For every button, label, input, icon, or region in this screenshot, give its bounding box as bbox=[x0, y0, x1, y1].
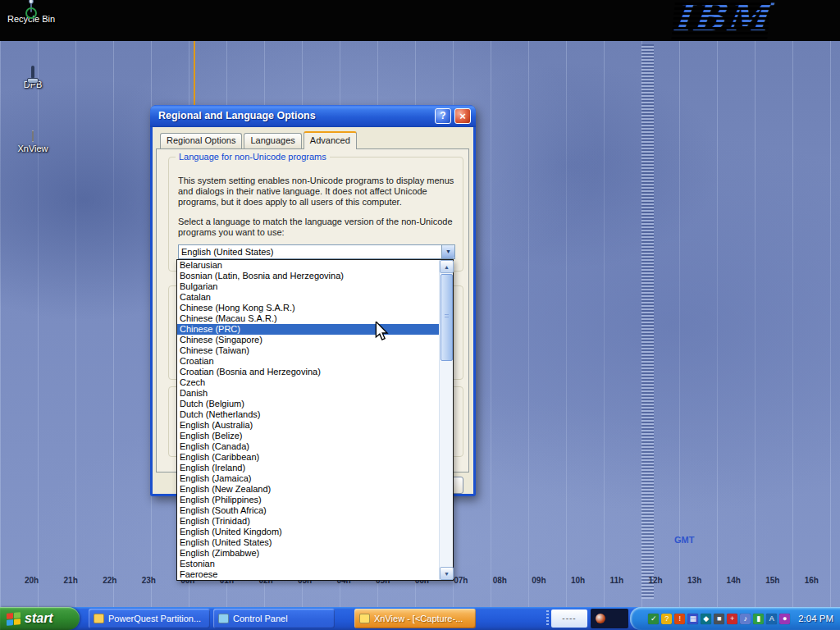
task-button-area: PowerQuest Partition... Control Panel Xn… bbox=[89, 609, 476, 628]
dropdown-item[interactable]: English (Trinidad) bbox=[177, 516, 439, 527]
desktop-icon-xnview[interactable]: XnView bbox=[7, 131, 59, 153]
dropdown-item[interactable]: Chinese (Macau S.A.R.) bbox=[177, 313, 439, 324]
gmt-label: GMT bbox=[674, 535, 694, 545]
dropdown-scrollbar[interactable]: ▲ ▼ bbox=[439, 260, 453, 580]
tray-icon[interactable]: ✓ bbox=[648, 614, 659, 624]
dropdown-item[interactable]: English (New Zealand) bbox=[177, 484, 439, 495]
dropdown-item[interactable]: Chinese (PRC) bbox=[177, 324, 439, 335]
scrollbar-thumb[interactable] bbox=[441, 274, 453, 361]
hour-label: 12h bbox=[648, 576, 662, 585]
tray-icon[interactable]: ? bbox=[661, 614, 672, 624]
tray-icon[interactable]: ● bbox=[779, 614, 790, 624]
dropdown-item[interactable]: Croatian bbox=[177, 356, 439, 367]
tray-icon-glyph: ◆ bbox=[703, 614, 709, 623]
desktop-icon-recycle-bin[interactable]: Recycle Bin bbox=[5, 2, 57, 24]
dropdown-item[interactable]: Bosnian (Latin, Bosnia and Herzegovina) bbox=[177, 271, 439, 281]
tab[interactable]: Languages bbox=[244, 133, 301, 148]
dropdown-item[interactable]: English (Zimbabwe) bbox=[177, 548, 439, 559]
dropdown-item[interactable]: English (Caribbean) bbox=[177, 452, 439, 463]
hour-label: 10h bbox=[571, 576, 585, 585]
hour-label: 20h bbox=[25, 576, 39, 585]
recycle-bin-icon bbox=[30, 1, 32, 12]
tray-icon[interactable]: ♪ bbox=[740, 614, 751, 624]
dropdown-item[interactable]: English (Ireland) bbox=[177, 463, 439, 473]
dropdown-item[interactable]: Czech bbox=[177, 377, 439, 388]
dropdown-item[interactable]: Dutch (Netherlands) bbox=[177, 409, 439, 420]
dropdown-item[interactable]: English (United States) bbox=[177, 537, 439, 548]
tray-icon[interactable]: ▦ bbox=[687, 614, 698, 624]
tray-icon-glyph: ? bbox=[664, 614, 669, 623]
tab-strip: Regional Options Languages Advanced bbox=[160, 133, 358, 149]
taskbar-clock[interactable]: 2:04 PM bbox=[798, 614, 833, 623]
task-icon bbox=[218, 614, 229, 623]
task-button[interactable]: PowerQuest Partition... bbox=[89, 609, 210, 628]
dropdown-item[interactable]: English (United Kingdom) bbox=[177, 527, 439, 537]
dropdown-item[interactable]: English (Australia) bbox=[177, 420, 439, 431]
dropdown-item[interactable]: Dutch (Belgium) bbox=[177, 399, 439, 409]
dropdown-item[interactable]: Croatian (Bosnia and Herzegovina) bbox=[177, 367, 439, 377]
tray-icon-glyph: ! bbox=[678, 614, 681, 623]
task-button-label: PowerQuest Partition... bbox=[108, 614, 201, 623]
tray-icon-glyph: ♪ bbox=[743, 614, 747, 623]
tray-icon[interactable]: ■ bbox=[714, 614, 724, 624]
dropdown-item[interactable]: Chinese (Hong Kong S.A.R.) bbox=[177, 303, 439, 313]
system-tray: ✓ ? ! ▦ ◆ bbox=[630, 607, 840, 630]
dropdown-item[interactable]: English (South Africa) bbox=[177, 505, 439, 516]
desktop-icon-label: XnView bbox=[7, 144, 59, 153]
task-icon bbox=[94, 614, 104, 623]
hour-label: 23h bbox=[142, 576, 156, 585]
close-button[interactable]: × bbox=[454, 108, 471, 124]
xnview-icon bbox=[32, 130, 34, 142]
tray-icon[interactable]: ! bbox=[674, 614, 685, 624]
dropdown-item[interactable]: Danish bbox=[177, 388, 439, 399]
dropdown-item[interactable]: Catalan bbox=[177, 292, 439, 303]
tray-icon-glyph: A bbox=[769, 614, 774, 623]
dialog-titlebar[interactable]: Regional and Language Options ? × bbox=[150, 105, 476, 127]
combobox-dropdown-button[interactable]: ▼ bbox=[441, 245, 454, 258]
mouse-cursor bbox=[374, 322, 389, 345]
scroll-up-button[interactable]: ▲ bbox=[440, 260, 454, 273]
dropdown-item[interactable]: Estonian bbox=[177, 559, 439, 569]
start-label: start bbox=[25, 611, 53, 626]
dropdown-item[interactable]: English (Jamaica) bbox=[177, 473, 439, 484]
taskbar-toolbar[interactable]: ---- bbox=[551, 609, 587, 628]
desktop-icon-dpb[interactable]: DPB bbox=[7, 67, 59, 89]
hour-label: 08h bbox=[493, 576, 507, 585]
dropdown-item[interactable]: Chinese (Singapore) bbox=[177, 335, 439, 345]
tab[interactable]: Advanced bbox=[304, 131, 357, 149]
desktop-screen: GMT 20h 21h 22h 23h 00h 01h 02h 03h 04h bbox=[0, 0, 840, 630]
toolbar-drag-handle[interactable] bbox=[546, 610, 549, 627]
help-button[interactable]: ? bbox=[435, 108, 451, 124]
ibm-logo: IBM bbox=[671, 0, 772, 39]
language-combobox[interactable]: English (United States) ▼ bbox=[178, 244, 455, 259]
widget-icon bbox=[596, 614, 605, 623]
tray-icons-row: ✓ ? ! ▦ ◆ bbox=[648, 614, 790, 624]
dropdown-item[interactable]: Chinese (Taiwan) bbox=[177, 345, 439, 356]
tray-icon-glyph: + bbox=[730, 614, 734, 623]
windows-flag-icon bbox=[7, 612, 21, 625]
taskbar-widget[interactable] bbox=[591, 609, 628, 628]
tab[interactable]: Regional Options bbox=[160, 133, 242, 148]
tray-icon[interactable]: ◆ bbox=[701, 614, 711, 624]
task-button[interactable]: XnView - [<Capture-... bbox=[354, 609, 476, 628]
scroll-down-button[interactable]: ▼ bbox=[440, 567, 454, 580]
tray-icon[interactable]: A bbox=[766, 614, 777, 624]
start-button[interactable]: start bbox=[0, 607, 80, 630]
hour-label: 16h bbox=[805, 576, 819, 585]
description-text: This system setting enables non-Unicode … bbox=[178, 176, 457, 208]
dialog-title: Regional and Language Options bbox=[158, 105, 316, 127]
tray-icon-glyph: ▮ bbox=[756, 614, 760, 623]
dropdown-item[interactable]: Belarusian bbox=[177, 260, 439, 271]
dropdown-item[interactable]: English (Canada) bbox=[177, 441, 439, 452]
task-button[interactable]: Control Panel bbox=[213, 609, 335, 628]
dropdown-item[interactable]: Faeroese bbox=[177, 569, 439, 580]
hour-label: 11h bbox=[609, 576, 623, 585]
tray-icon[interactable]: + bbox=[727, 614, 737, 624]
tray-icon[interactable]: ▮ bbox=[753, 614, 764, 624]
dropdown-item[interactable]: English (Philippines) bbox=[177, 495, 439, 505]
groupbox-title: Language for non-Unicode programs bbox=[176, 152, 330, 162]
dropdown-item[interactable]: English (Belize) bbox=[177, 431, 439, 441]
dropdown-item[interactable]: Bulgarian bbox=[177, 281, 439, 292]
tray-icon-glyph: ● bbox=[783, 614, 787, 623]
timezone-marker-line bbox=[194, 41, 195, 107]
